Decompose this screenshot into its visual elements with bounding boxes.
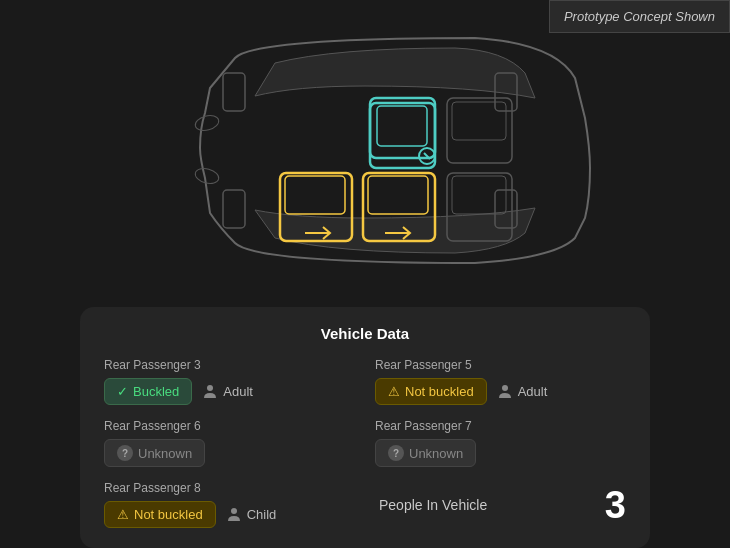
- passenger-5-status: ⚠ Not buckled: [375, 378, 487, 405]
- passenger-8-info: ⚠ Not buckled Child: [104, 501, 355, 528]
- bottom-row: Rear Passenger 8 ⚠ Not buckled Child Peo…: [104, 481, 626, 528]
- person-icon: [202, 384, 218, 400]
- svg-point-18: [207, 385, 213, 391]
- passenger-8-type-text: Child: [247, 507, 277, 522]
- person-icon: [497, 384, 513, 400]
- svg-rect-13: [368, 176, 428, 214]
- passenger-3-block: Rear Passenger 3 ✓ Buckled Adult: [104, 358, 355, 405]
- car-diagram: [0, 0, 730, 295]
- passenger-8-status-text: Not buckled: [134, 507, 203, 522]
- passenger-8-label: Rear Passenger 8: [104, 481, 355, 495]
- passenger-3-info: ✓ Buckled Adult: [104, 378, 355, 405]
- passenger-6-status-text: Unknown: [138, 446, 192, 461]
- vehicle-data-panel: Vehicle Data Rear Passenger 3 ✓ Buckled …: [80, 307, 650, 548]
- svg-rect-3: [223, 190, 245, 228]
- panel-title: Vehicle Data: [104, 325, 626, 342]
- passengers-grid: Rear Passenger 3 ✓ Buckled Adult Rear Pa…: [104, 358, 626, 467]
- passenger-5-status-text: Not buckled: [405, 384, 474, 399]
- passenger-6-block: Rear Passenger 6 ? Unknown: [104, 419, 355, 467]
- svg-rect-17: [452, 102, 506, 140]
- passenger-5-label: Rear Passenger 5: [375, 358, 626, 372]
- passenger-7-status: ? Unknown: [375, 439, 476, 467]
- passenger-6-label: Rear Passenger 6: [104, 419, 355, 433]
- passenger-5-block: Rear Passenger 5 ⚠ Not buckled Adult: [375, 358, 626, 405]
- question-icon: ?: [388, 445, 404, 461]
- passenger-3-status: ✓ Buckled: [104, 378, 192, 405]
- passenger-8-type: Child: [226, 507, 277, 523]
- svg-rect-7: [377, 106, 427, 146]
- warn-icon: ⚠: [388, 384, 400, 399]
- passenger-8-status: ⚠ Not buckled: [104, 501, 216, 528]
- people-in-vehicle-label: People In Vehicle: [379, 497, 487, 513]
- svg-rect-11: [285, 176, 345, 214]
- passenger-7-status-text: Unknown: [409, 446, 463, 461]
- passenger-5-type: Adult: [497, 384, 548, 400]
- passenger-8-block: Rear Passenger 8 ⚠ Not buckled Child: [104, 481, 355, 528]
- passenger-7-info: ? Unknown: [375, 439, 626, 467]
- passenger-6-info: ? Unknown: [104, 439, 355, 467]
- svg-point-0: [194, 113, 221, 133]
- passenger-3-label: Rear Passenger 3: [104, 358, 355, 372]
- svg-point-20: [231, 508, 237, 514]
- car-top-view: [135, 18, 595, 278]
- person-icon: [226, 507, 242, 523]
- svg-point-1: [194, 166, 221, 186]
- passenger-5-type-text: Adult: [518, 384, 548, 399]
- passenger-7-block: Rear Passenger 7 ? Unknown: [375, 419, 626, 467]
- question-icon: ?: [117, 445, 133, 461]
- svg-point-19: [502, 385, 508, 391]
- warn-icon: ⚠: [117, 507, 129, 522]
- passenger-3-status-text: Buckled: [133, 384, 179, 399]
- svg-rect-15: [452, 176, 506, 214]
- passenger-5-info: ⚠ Not buckled Adult: [375, 378, 626, 405]
- svg-rect-2: [223, 73, 245, 111]
- people-in-vehicle-count: 3: [605, 486, 626, 524]
- people-in-vehicle-block: People In Vehicle 3: [375, 481, 626, 528]
- passenger-6-status: ? Unknown: [104, 439, 205, 467]
- passenger-3-type-text: Adult: [223, 384, 253, 399]
- svg-rect-16: [447, 98, 512, 163]
- passenger-3-type: Adult: [202, 384, 253, 400]
- passenger-7-label: Rear Passenger 7: [375, 419, 626, 433]
- check-icon: ✓: [117, 384, 128, 399]
